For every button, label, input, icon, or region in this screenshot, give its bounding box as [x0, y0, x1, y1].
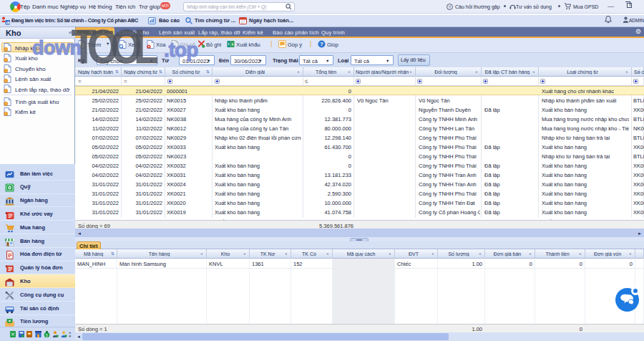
svg-text:?: ?: [320, 41, 323, 47]
svg-text:?: ?: [449, 5, 452, 9]
svg-text:$: $: [46, 333, 48, 337]
